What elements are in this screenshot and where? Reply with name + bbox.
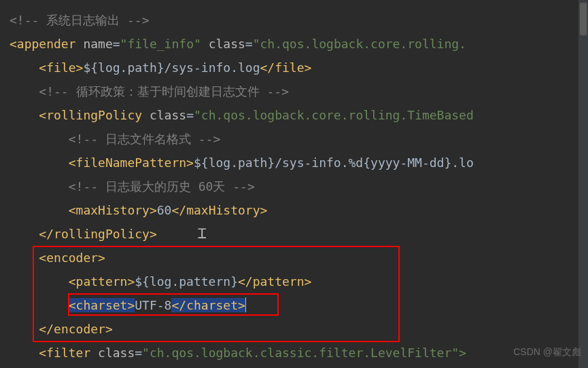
watermark: CSDN @翟文彪 — [513, 340, 581, 364]
code-line: <!-- 系统日志输出 --> — [10, 8, 588, 32]
caret-icon — [245, 297, 246, 312]
code-line: <rollingPolicy class="ch.qos.logback.cor… — [10, 103, 588, 127]
xml-comment: <!-- 系统日志输出 --> — [10, 13, 150, 27]
code-line: <!-- 日志最大的历史 60天 --> — [10, 174, 588, 198]
code-line: </rollingPolicy> Ꮖ — [10, 222, 588, 246]
text-cursor-icon: Ꮖ — [157, 225, 207, 242]
xml-comment: <!-- 日志最大的历史 60天 --> — [69, 179, 255, 194]
code-line: <pattern>${log.pattern}</pattern> — [10, 270, 588, 293]
code-line: <!-- 循环政策：基于时间创建日志文件 --> — [10, 79, 588, 103]
xml-comment: <!-- 日志文件名格式 --> — [69, 132, 221, 146]
code-line: <appender name="file_info" class="ch.qos… — [10, 32, 588, 56]
code-line: <maxHistory>60</maxHistory> — [10, 198, 588, 222]
code-line: </encoder> — [10, 317, 588, 341]
code-line: <fileNamePattern>${log.path}/sys-info.%d… — [10, 151, 588, 174]
scrollbar-thumb[interactable] — [580, 3, 587, 35]
code-editor[interactable]: <!-- 系统日志输出 --> <appender name="file_inf… — [0, 0, 588, 365]
code-line: <filter class="ch.qos.logback.classic.fi… — [10, 341, 588, 365]
xml-comment: <!-- 循环政策：基于时间创建日志文件 --> — [39, 84, 289, 98]
code-line: <file>${log.path}/sys-info.log</file> — [10, 56, 588, 79]
code-line: <charset>UTF-8</charset> — [10, 293, 588, 317]
vertical-scrollbar[interactable] — [578, 0, 588, 368]
code-line: <encoder> — [10, 246, 588, 270]
code-line: <!-- 日志文件名格式 --> — [10, 127, 588, 151]
